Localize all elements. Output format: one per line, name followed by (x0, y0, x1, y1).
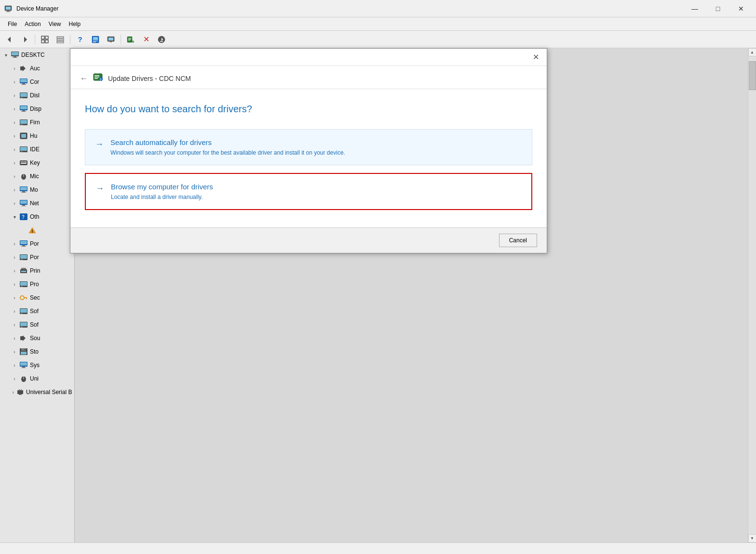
dialog-footer: Cancel (70, 227, 547, 253)
dialog-overlay: ✕ ← ? Update Drivers - CDC NCM (0, 48, 756, 542)
svg-rect-112 (94, 75, 99, 76)
app-icon (4, 4, 13, 13)
auto-search-option[interactable]: → Search automatically for drivers Windo… (85, 129, 532, 165)
window-title: Device Manager (16, 5, 684, 12)
browse-search-desc: Locate and install a driver manually. (111, 194, 213, 200)
browse-search-title: Browse my computer for drivers (111, 183, 213, 191)
auto-search-content: Search automatically for drivers Windows… (110, 138, 345, 156)
add-driver-button[interactable]: + (124, 33, 137, 46)
dialog-back-button[interactable]: ← (80, 74, 88, 83)
menu-help[interactable]: Help (65, 20, 85, 28)
download-button[interactable] (155, 33, 168, 46)
close-button[interactable]: ✕ (730, 2, 752, 15)
svg-rect-23 (128, 40, 130, 40)
svg-rect-3 (6, 12, 11, 12)
browse-search-arrow: → (95, 184, 104, 194)
svg-marker-5 (24, 37, 27, 42)
back-button[interactable] (3, 33, 16, 46)
svg-rect-6 (41, 36, 44, 39)
svg-rect-11 (57, 39, 64, 40)
separator-1 (35, 35, 35, 44)
svg-rect-21 (128, 38, 131, 39)
menu-view[interactable]: View (45, 20, 65, 28)
view-list-button[interactable] (54, 33, 67, 46)
browse-search-option[interactable]: → Browse my computer for drivers Locate … (85, 173, 532, 210)
svg-rect-114 (94, 78, 98, 79)
properties-button[interactable] (89, 33, 102, 46)
svg-rect-10 (57, 37, 64, 38)
dialog-question: How do you want to search for drivers? (85, 104, 532, 115)
forward-button[interactable] (18, 33, 32, 46)
svg-rect-7 (45, 36, 48, 39)
svg-rect-14 (93, 37, 98, 40)
maximize-button[interactable]: □ (707, 2, 729, 15)
help-button[interactable]: ? (73, 33, 87, 46)
svg-rect-12 (57, 41, 64, 43)
scroll-thumb[interactable] (749, 61, 756, 90)
dialog-body: How do you want to search for drivers? →… (70, 89, 547, 227)
scroll-up-button[interactable]: ▲ (748, 48, 756, 56)
svg-rect-8 (41, 40, 44, 43)
remove-button[interactable]: ✕ (139, 33, 153, 46)
update-drivers-dialog: ✕ ← ? Update Drivers - CDC NCM (70, 48, 547, 253)
menu-file[interactable]: File (4, 20, 21, 28)
auto-search-title: Search automatically for drivers (110, 138, 345, 146)
auto-search-arrow: → (95, 139, 104, 149)
auto-search-desc: Windows will search your computer for th… (110, 149, 345, 156)
dialog-header-title: Update Drivers - CDC NCM (108, 75, 191, 82)
status-bar (0, 542, 756, 554)
cancel-button[interactable]: Cancel (499, 234, 537, 247)
main-layout: ▾ DESKTC ›Auc›Cor›Disl›Disp›Firn›Hu›IDE›… (0, 48, 756, 542)
svg-rect-22 (128, 39, 131, 40)
monitor-button[interactable] (104, 33, 118, 46)
title-bar: Device Manager — □ ✕ (0, 0, 756, 17)
dialog-close-button[interactable]: ✕ (528, 51, 543, 64)
scroll-down-button[interactable]: ▼ (748, 534, 756, 542)
separator-2 (70, 35, 70, 44)
svg-rect-19 (110, 41, 112, 42)
svg-rect-113 (94, 77, 99, 78)
scroll-track[interactable] (748, 56, 756, 534)
dialog-header-icon: ? (93, 72, 103, 85)
svg-rect-2 (7, 11, 10, 12)
toolbar: ? + ✕ (0, 31, 756, 48)
svg-rect-9 (45, 40, 48, 43)
minimize-button[interactable]: — (684, 2, 706, 15)
svg-text:?: ? (100, 78, 102, 81)
view-by-type-button[interactable] (38, 33, 52, 46)
browse-search-content: Browse my computer for drivers Locate an… (111, 183, 213, 200)
svg-rect-18 (108, 38, 113, 40)
scrollbar: ▲ ▼ (748, 48, 756, 542)
dialog-header-row: ← ? Update Drivers - CDC NCM (70, 66, 547, 89)
menu-action[interactable]: Action (21, 20, 44, 28)
window-controls: — □ ✕ (684, 2, 752, 15)
menu-bar: File Action View Help (0, 17, 756, 31)
svg-marker-4 (8, 37, 11, 42)
svg-text:+: + (132, 39, 135, 43)
dialog-title-bar: ✕ (70, 49, 547, 66)
separator-3 (121, 35, 121, 44)
svg-rect-1 (6, 7, 11, 10)
